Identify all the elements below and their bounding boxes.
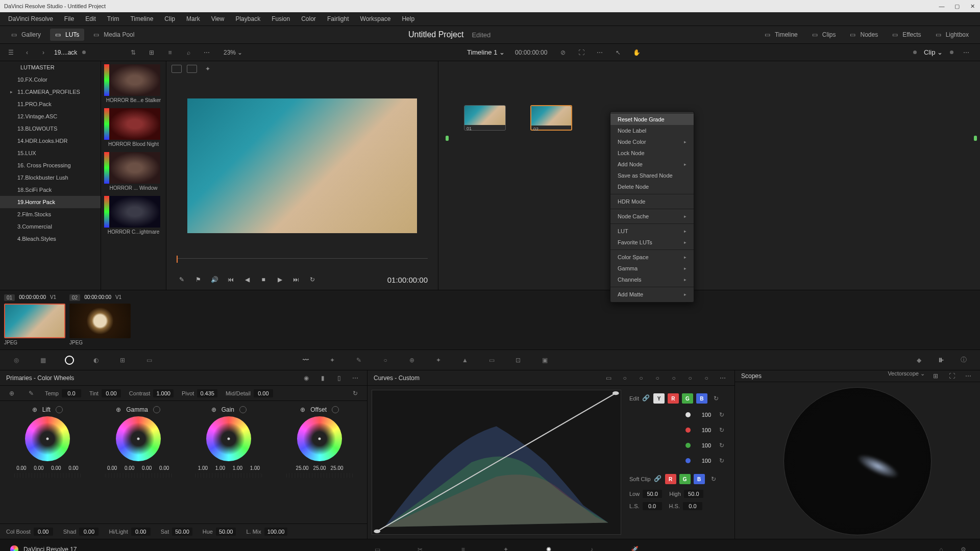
lut-folder-item[interactable]: 4.Bleach.Styles [0, 233, 101, 245]
wheel-values[interactable]: 0.000.000.000.00 [105, 465, 172, 471]
param-hue[interactable]: Hue50.00 [203, 528, 236, 536]
node-options-icon[interactable]: ⋯ [961, 47, 972, 58]
blur-icon[interactable]: ▲ [459, 354, 471, 366]
color-match-icon[interactable]: ▦ [37, 354, 49, 366]
menu-file[interactable]: File [59, 13, 79, 24]
curves-options-icon[interactable]: ⋯ [717, 372, 728, 384]
color-wheel-gain[interactable] [206, 416, 251, 461]
pick-white-icon[interactable]: ✎ [26, 388, 37, 399]
tracker-icon[interactable]: ⊕ [406, 354, 418, 366]
fusion-page-icon[interactable]: ✦ [500, 543, 512, 552]
reverse-icon[interactable]: ◀ [242, 274, 252, 285]
viewer-wand-icon[interactable]: ✦ [202, 63, 213, 74]
wheel-jog-strip[interactable] [286, 473, 353, 478]
sc-param-high[interactable]: High50.0 [669, 490, 703, 498]
search-icon[interactable]: ⌕ [183, 47, 194, 58]
pointer-tool-icon[interactable]: ↖ [612, 47, 624, 58]
bars-mode-icon[interactable]: ▮ [317, 372, 328, 384]
sc-b-button[interactable]: B [694, 474, 705, 484]
sc-param-ls[interactable]: L.S.0.0 [629, 502, 662, 510]
lut-folder-item[interactable]: 14.HDR.Looks.HDR [0, 135, 101, 147]
scope-expand-icon[interactable]: ⛶ [946, 370, 958, 382]
menu-workspace[interactable]: Workspace [355, 13, 396, 24]
ctx-node-cache[interactable]: Node Cache▸ [610, 211, 694, 222]
ctx-add-matte[interactable]: Add Matte▸ [610, 289, 694, 300]
param-temp[interactable]: Temp0.0 [45, 389, 81, 397]
color-wheels-icon[interactable] [63, 354, 76, 366]
curve-ch-reset-icon[interactable]: ↻ [716, 440, 727, 451]
param-pivot[interactable]: Pivot0.435 [182, 389, 217, 397]
zoom-level[interactable]: 23% ⌄ [219, 49, 247, 56]
wheel-reset-icon[interactable] [332, 406, 339, 413]
menu-davinci-resolve[interactable]: DaVinci Resolve [3, 13, 58, 24]
curves-mode-5-icon[interactable]: ○ [668, 372, 679, 384]
sc-g-button[interactable]: G [679, 474, 691, 484]
color-wheel-gamma[interactable] [116, 416, 161, 461]
bypass-icon[interactable]: ⊘ [557, 47, 569, 58]
luts-button[interactable]: ▭LUTs [50, 29, 84, 41]
menu-mark[interactable]: Mark [181, 13, 205, 24]
marker-icon[interactable]: ✎ [177, 274, 187, 285]
node-graph[interactable]: 0102 [438, 61, 980, 290]
curves-mode-6-icon[interactable]: ○ [684, 372, 696, 384]
deliver-page-icon[interactable]: 🚀 [628, 543, 641, 552]
lut-folder-item[interactable]: 2.Film.Stocks [0, 208, 101, 220]
lut-folder-item[interactable]: LUTMASTER [0, 61, 101, 73]
settings-icon[interactable]: ⚙ [958, 543, 970, 552]
channel-y-button[interactable]: Y [653, 393, 665, 404]
wheel-picker-icon[interactable]: ⊕ [211, 406, 216, 413]
ctx-hdr-mode[interactable]: HDR Mode [610, 196, 694, 207]
lut-thumbnail[interactable]: HORROR Be...e Stalker [104, 64, 163, 103]
scope-layout-icon[interactable]: ⊞ [930, 370, 941, 382]
wheel-reset-icon[interactable] [239, 406, 247, 413]
wheel-values[interactable]: 25.0025.0025.00 [295, 465, 345, 471]
sort-icon[interactable]: ⇅ [128, 47, 139, 58]
nav-fwd-icon[interactable]: › [38, 47, 49, 58]
stop-icon[interactable]: ■ [258, 274, 268, 285]
minimize-button[interactable]: — [938, 3, 945, 10]
node-scope-dropdown[interactable]: Clip ⌄ [924, 48, 943, 56]
ctx-favorite-luts[interactable]: Favorite LUTs▸ [610, 237, 694, 248]
param-colboost[interactable]: Col Boost0.00 [6, 528, 53, 536]
list-view-icon[interactable]: ≡ [164, 47, 176, 58]
param-contrast[interactable]: Contrast1.000 [129, 389, 174, 397]
expand-icon[interactable]: ⛶ [576, 47, 587, 58]
link-channels-icon[interactable]: 🔗 [642, 394, 650, 403]
ctx-reset-node-grade[interactable]: Reset Node Grade [610, 114, 694, 125]
rgb-mixer-icon[interactable]: ⊞ [116, 354, 129, 366]
home-icon[interactable]: ⌂ [935, 543, 947, 552]
viewer-timecode[interactable]: 00:00:00:00 [512, 49, 550, 56]
info-icon[interactable]: ⓘ [958, 354, 970, 366]
play-icon[interactable]: ▶ [275, 274, 285, 285]
channel-b-button[interactable]: B [696, 393, 707, 404]
menu-playback[interactable]: Playback [230, 13, 265, 24]
curve-channel-value[interactable]: 100↻ [629, 409, 727, 420]
curves-mode-3-icon[interactable]: ○ [635, 372, 647, 384]
primaries-options-icon[interactable]: ⋯ [350, 372, 361, 384]
lut-folder-item[interactable]: 16. Cross Processing [0, 159, 101, 171]
sc-param-low[interactable]: Low50.0 [629, 490, 662, 498]
curves-icon[interactable]: 〰 [300, 354, 312, 366]
sc-param-hs[interactable]: H.S.0.0 [669, 502, 702, 510]
hand-tool-icon[interactable]: ✋ [631, 47, 642, 58]
param-shad[interactable]: Shad0.00 [63, 528, 99, 536]
viewer-timecode-large[interactable]: 01:00:00:00 [387, 276, 428, 284]
curve-channel-value[interactable]: 100↻ [629, 424, 727, 436]
media-pool-button[interactable]: ▭Media Pool [88, 29, 139, 41]
curve-channel-value[interactable]: 100↻ [629, 455, 727, 466]
ctx-delete-node[interactable]: Delete Node [610, 181, 694, 192]
menu-timeline[interactable]: Timeline [125, 13, 158, 24]
top-params-reset-icon[interactable]: ↻ [350, 388, 361, 399]
wheel-values[interactable]: 1.001.001.001.00 [195, 465, 262, 471]
hdr-icon[interactable]: ◐ [90, 354, 102, 366]
loop-icon[interactable]: ↻ [307, 274, 317, 285]
scope-type-dropdown[interactable]: Vectorscope ⌄ [888, 370, 925, 382]
timeline-button[interactable]: ▭Timeline [760, 29, 803, 41]
cut-page-icon[interactable]: ✂ [414, 543, 426, 552]
lut-thumbnail[interactable]: HORROR Blood Night [104, 108, 163, 147]
sidebar-toggle-icon[interactable]: ☰ [5, 47, 16, 58]
clips-button[interactable]: ▭Clips [807, 29, 841, 41]
graph-output-icon[interactable] [974, 136, 977, 141]
ctx-color-space[interactable]: Color Space▸ [610, 252, 694, 263]
window-icon[interactable]: ○ [379, 354, 391, 366]
